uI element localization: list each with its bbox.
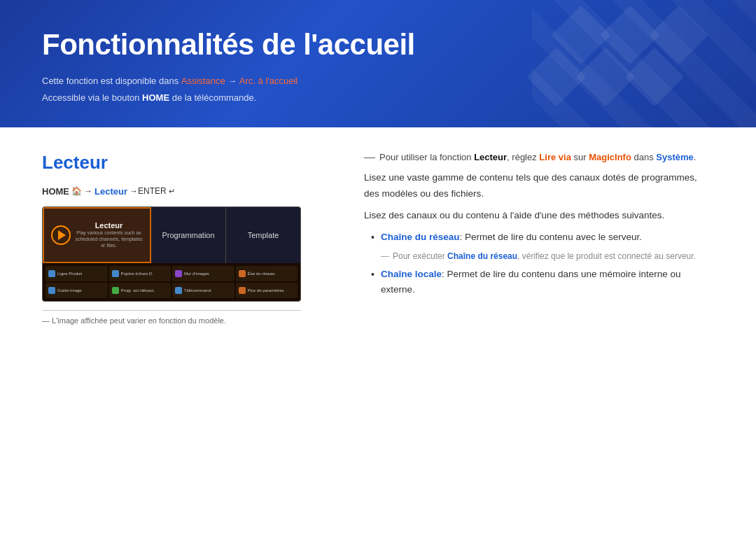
grid-label-0: Ligne Produit [57, 272, 82, 276]
grid-icon-2 [175, 270, 182, 277]
decorative-diamonds [518, 7, 728, 112]
note-lecteur: Lecteur [474, 152, 507, 162]
sub-note-content: Pour exécuter Chaîne du réseau, vérifiez… [393, 251, 696, 261]
left-column: Lecteur HOME 🏠 → Lecteur →ENTER ↵ Lecteu… [42, 152, 336, 325]
bullet-list: Chaîne du réseau: Permet de lire du cont… [371, 230, 714, 299]
bullet-item-0: Chaîne du réseau: Permet de lire du cont… [371, 230, 714, 246]
lecteur-section-title: Lecteur [42, 152, 336, 174]
grid-label-6: Télécommand. [184, 288, 212, 293]
footnote: — L'image affichée peut varier en foncti… [42, 310, 301, 325]
note-content: Pour utiliser la fonction Lecteur, régle… [379, 152, 696, 162]
sub-note: — Pour exécuter Chaîne du réseau, vérifi… [381, 251, 714, 261]
grid-label-1: Pupitre-Icônes D. [121, 272, 153, 276]
sub-note-dash: — [381, 251, 389, 261]
note-middle: , réglez [507, 152, 539, 162]
mockup-lecteur-title: Lecteur [75, 221, 143, 230]
header-subtitle-prefix: Cette fonction est disponible dans [42, 76, 181, 86]
grid-icon-6 [175, 287, 182, 294]
note-line: — Pour utiliser la fonction Lecteur, rég… [364, 152, 714, 163]
enter-icon: ↵ [169, 187, 175, 196]
diamond-3 [650, 6, 709, 65]
diamond-1 [552, 6, 611, 65]
note-prefix: Pour utiliser la fonction [379, 152, 474, 162]
breadcrumb-arrow1: → [84, 186, 92, 196]
mockup-template-label: Template [248, 231, 279, 239]
right-column: — Pour utiliser la fonction Lecteur, rég… [364, 152, 714, 325]
grid-item-6: Télécommand. [172, 283, 234, 298]
mockup-lecteur-panel: Lecteur Play various contents such as sc… [43, 207, 151, 263]
mockup-lecteur-sub: Play various contents such as scheduled … [75, 230, 143, 248]
grid-label-7: Plus de paramètres [248, 288, 284, 293]
bullet-bold-1: Chaîne locale [381, 269, 442, 279]
mockup-top-bar: Lecteur Play various contents such as sc… [43, 207, 300, 263]
header-subtitle-arrow: → [225, 76, 239, 86]
mockup-template-panel: Template [226, 207, 300, 263]
bullet-bold-0: Chaîne du réseau [381, 232, 460, 242]
paragraph-2: Lisez des canaux ou du contenu à l'aide … [364, 208, 714, 224]
grid-label-3: État du réseau [248, 272, 275, 276]
note-systeme: Système [656, 152, 693, 162]
accueil-link[interactable]: Arc. à l'accueil [239, 76, 298, 86]
note-magicinfo: MagicInfo [589, 152, 631, 162]
grid-label-2: Mur d'images [184, 272, 209, 276]
grid-item-2: Mur d'images [172, 266, 234, 281]
grid-icon-3 [239, 270, 246, 277]
home-icon: 🏠 [71, 186, 82, 196]
grid-item-4: Guide-Image [46, 283, 108, 298]
sub-note-text: Pour exécuter [393, 251, 447, 261]
bullet-rest-0: : Permet de lire du contenu avec le serv… [460, 232, 642, 242]
breadcrumb: HOME 🏠 → Lecteur →ENTER ↵ [42, 186, 336, 197]
diamond-5 [625, 48, 685, 107]
mockup-grid: Ligne Produit Pupitre-Icônes D. Mur d'im… [43, 263, 300, 301]
page-title: Fonctionnalités de l'accueil [42, 28, 714, 62]
grid-item-5: Progr. act./désact. [109, 283, 172, 298]
sub-note-rest: , vérifiez que le produit est connecté a… [517, 251, 696, 261]
sub-note-bold: Chaîne du réseau [447, 251, 517, 261]
note-dash: — [364, 152, 375, 163]
grid-item-0: Ligne Produit [46, 266, 108, 281]
grid-icon-7 [239, 287, 246, 294]
home-bold: HOME [142, 92, 169, 103]
breadcrumb-arrow2: →ENTER [130, 186, 167, 196]
breadcrumb-lecteur: Lecteur [94, 186, 127, 197]
grid-item-7: Plus de paramètres [236, 283, 298, 298]
mockup-lecteur-text: Lecteur Play various contents such as sc… [75, 221, 143, 248]
header-subtitle2: Accessible via le bouton HOME de la télé… [42, 92, 714, 103]
screenshot-mockup: Lecteur Play various contents such as sc… [42, 206, 301, 302]
note-dans: dans [631, 152, 656, 162]
grid-icon-4 [48, 287, 55, 294]
main-content: Lecteur HOME 🏠 → Lecteur →ENTER ↵ Lecteu… [0, 127, 756, 353]
grid-icon-0 [48, 270, 55, 277]
header-banner: Fonctionnalités de l'accueil Cette fonct… [0, 0, 756, 127]
play-triangle [58, 230, 66, 240]
grid-icon-5 [112, 287, 119, 294]
note-lire-via: Lire via [539, 152, 571, 162]
assistance-link[interactable]: Assistance [181, 76, 225, 86]
mockup-programmation-panel: Programmation [151, 207, 226, 263]
grid-label-4: Guide-Image [57, 288, 82, 293]
grid-label-5: Progr. act./désact. [121, 288, 155, 293]
diamond-6 [527, 48, 587, 107]
header-subtitle: Cette fonction est disponible dans Assis… [42, 74, 714, 89]
grid-icon-1 [112, 270, 119, 277]
note-end: . [694, 152, 696, 162]
grid-item-3: État du réseau [236, 266, 298, 281]
grid-item-1: Pupitre-Icônes D. [109, 266, 172, 281]
bullet-item-1: Chaîne locale: Permet de lire du contenu… [371, 267, 714, 299]
mockup-programmation-label: Programmation [162, 231, 214, 239]
accessible-prefix: Accessible via le bouton [42, 92, 142, 103]
paragraph-1: Lisez une vaste gamme de contenu tels qu… [364, 170, 714, 202]
play-icon [51, 225, 71, 245]
accessible-suffix: de la télécommande. [169, 92, 256, 103]
diamond-2 [601, 6, 660, 65]
breadcrumb-home: HOME [42, 186, 69, 197]
diamond-4 [576, 48, 636, 107]
note-sur: sur [571, 152, 589, 162]
